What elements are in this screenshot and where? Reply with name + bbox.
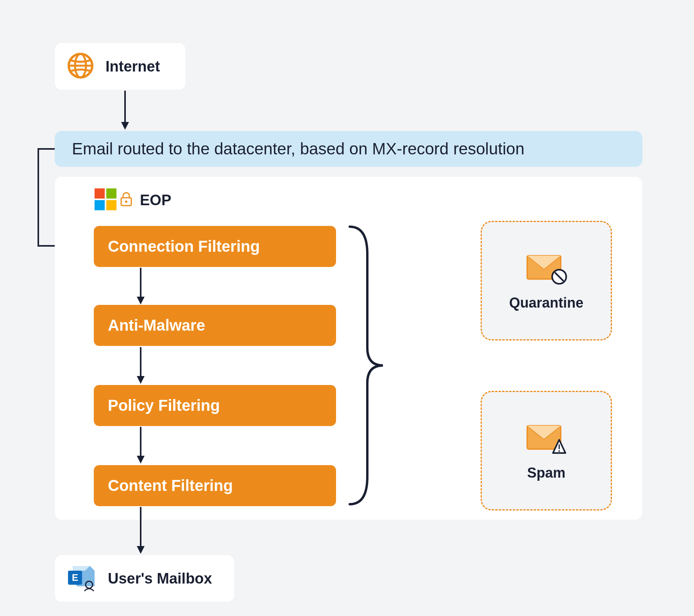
stage-label: Anti-Malware — [108, 317, 205, 334]
outcome-quarantine: Quarantine — [481, 221, 612, 340]
svg-marker-4 — [121, 122, 129, 130]
eop-header: EOP — [94, 188, 171, 213]
microsoft-logo-icon — [94, 188, 117, 213]
svg-marker-13 — [137, 297, 145, 304]
quarantine-label: Quarantine — [509, 295, 583, 311]
globe-icon — [66, 52, 95, 81]
svg-marker-17 — [137, 456, 145, 464]
lock-icon — [120, 192, 133, 209]
svg-marker-19 — [137, 546, 145, 554]
spam-label: Spam — [527, 465, 565, 481]
node-internet: Internet — [55, 43, 186, 90]
exchange-icon: E — [66, 564, 97, 593]
svg-text:E: E — [72, 572, 78, 583]
stage-label: Content Filtering — [108, 477, 233, 494]
arrow-stage3-to-stage4 — [133, 427, 148, 464]
stage-policy-filtering: Policy Filtering — [94, 385, 336, 426]
node-mailbox: E User's Mailbox — [55, 555, 234, 602]
svg-rect-8 — [95, 200, 105, 210]
eop-label: EOP — [140, 192, 171, 209]
arrow-stage1-to-stage2 — [133, 268, 148, 304]
outcome-spam: Spam — [481, 391, 612, 510]
mailbox-label: User's Mailbox — [108, 570, 212, 587]
internet-label: Internet — [106, 58, 160, 75]
arrow-internet-to-routing — [117, 91, 133, 130]
stage-anti-malware: Anti-Malware — [94, 305, 336, 346]
svg-point-11 — [125, 201, 127, 203]
envelope-blocked-icon — [525, 250, 568, 287]
svg-rect-6 — [95, 188, 105, 199]
svg-point-28 — [558, 450, 560, 452]
svg-rect-9 — [106, 200, 116, 210]
brace-icon — [346, 223, 385, 508]
routing-text: Email routed to the datacenter, based on… — [72, 140, 524, 158]
svg-rect-7 — [106, 188, 116, 199]
stage-connection-filtering: Connection Filtering — [94, 226, 336, 267]
arrow-stage2-to-stage3 — [133, 347, 148, 384]
envelope-warning-icon — [525, 420, 568, 457]
stage-content-filtering: Content Filtering — [94, 465, 336, 506]
svg-marker-15 — [137, 376, 145, 384]
routing-bar: Email routed to the datacenter, based on… — [55, 131, 642, 167]
stage-label: Connection Filtering — [108, 238, 260, 255]
stage-label: Policy Filtering — [108, 397, 220, 414]
arrow-stage4-to-mailbox — [133, 507, 148, 554]
